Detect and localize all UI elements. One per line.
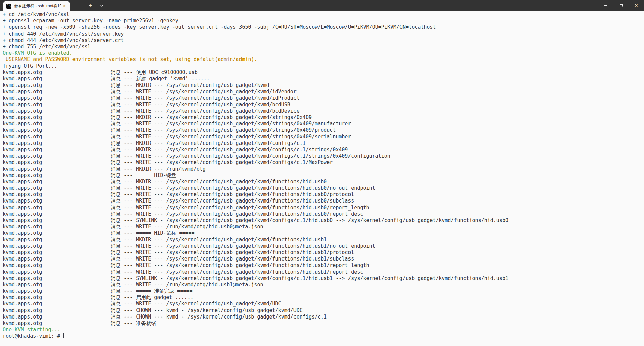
restore-button[interactable] (613, 0, 629, 11)
log-source: kvmd.apps.otg (3, 288, 111, 294)
log-message: 消息 --- WRITE --- /run/kvmd/otg/hid.usb0@… (111, 224, 263, 230)
log-message: 消息 --- ===== HID-键盘 ===== (111, 172, 195, 178)
log-message: 消息 --- WRITE --- /sys/kernel/config/usb_… (111, 159, 333, 165)
terminal-line: kvmd.apps.otg消息 --- WRITE --- /run/kvmd/… (3, 224, 644, 230)
log-source: kvmd.apps.otg (3, 275, 111, 282)
log-message: 消息 --- 使用 UDC c9100000.usb (111, 69, 198, 75)
terminal-line: kvmd.apps.otg消息 --- 启用此 gadget ...... (3, 294, 644, 301)
log-message: 消息 --- WRITE --- /sys/kernel/config/usb_… (111, 185, 375, 191)
plus-icon: + (89, 2, 92, 9)
close-icon: ✕ (635, 3, 638, 8)
terminal-line: kvmd.apps.otg消息 --- WRITE --- /sys/kerne… (3, 211, 644, 217)
log-message: 消息 --- WRITE --- /sys/kernel/config/usb_… (111, 211, 363, 217)
terminal-line: kvmd.apps.otg消息 --- WRITE --- /sys/kerne… (3, 301, 644, 307)
title-bar: C:\_ 命令提示符 - ssh root@192.16 ✕ + ✕ (0, 0, 644, 11)
tab-title: 命令提示符 - ssh root@192.16 (14, 3, 61, 9)
terminal-line: kvmd.apps.otg消息 --- MKDIR --- /sys/kerne… (3, 147, 644, 153)
terminal-line: kvmd.apps.otg消息 --- WRITE --- /sys/kerne… (3, 127, 644, 133)
terminal-line: kvmd.apps.otg消息 --- WRITE --- /run/kvmd/… (3, 282, 644, 288)
log-source: kvmd.apps.otg (3, 172, 111, 179)
log-source: kvmd.apps.otg (3, 243, 111, 249)
log-message: 消息 --- WRITE --- /sys/kernel/config/usb_… (111, 89, 297, 95)
log-message: 消息 --- MKDIR --- /sys/kernel/config/usb_… (111, 82, 269, 88)
log-source: kvmd.apps.otg (3, 262, 111, 269)
log-source: kvmd.apps.otg (3, 108, 111, 114)
terminal-line: kvmd.apps.otg消息 --- WRITE --- /sys/kerne… (3, 95, 644, 101)
log-message: 消息 --- WRITE --- /sys/kernel/config/usb_… (111, 191, 354, 197)
log-message: 消息 --- ===== HID-鼠标 ===== (111, 230, 195, 236)
log-source: kvmd.apps.otg (3, 121, 111, 127)
terminal-line: kvmd.apps.otg消息 --- ===== HID-键盘 ===== (3, 172, 644, 179)
minimize-button[interactable] (598, 0, 613, 11)
terminal-line: kvmd.apps.otg消息 --- MKDIR --- /sys/kerne… (3, 179, 644, 185)
terminal-line: kvmd.apps.otg消息 --- WRITE --- /sys/kerne… (3, 159, 644, 166)
log-message: 消息 --- WRITE --- /sys/kernel/config/usb_… (111, 134, 351, 140)
tab-close-button[interactable]: ✕ (61, 3, 68, 9)
log-source: kvmd.apps.otg (3, 159, 111, 166)
log-source: kvmd.apps.otg (3, 307, 111, 314)
log-message: 消息 --- MKDIR --- /sys/kernel/config/usb_… (111, 179, 327, 185)
log-source: kvmd.apps.otg (3, 269, 111, 275)
terminal-line: + chmod 444 /etc/kvmd/vnc/ssl/server.crt (3, 37, 644, 44)
log-source: kvmd.apps.otg (3, 140, 111, 147)
terminal-line: kvmd.apps.otg消息 --- MKDIR --- /sys/kerne… (3, 82, 644, 89)
log-message: 消息 --- WRITE --- /sys/kernel/config/usb_… (111, 153, 390, 159)
terminal-line: kvmd.apps.otg消息 --- WRITE --- /sys/kerne… (3, 134, 644, 140)
log-source: kvmd.apps.otg (3, 114, 111, 121)
log-message: 消息 --- WRITE --- /run/kvmd/otg/hid.usb1@… (111, 282, 263, 288)
terminal-line: One-KVM starting... (3, 327, 644, 333)
restore-icon (620, 4, 623, 7)
terminal-line: kvmd.apps.otg消息 --- CHOWN --- kvmd - /sy… (3, 314, 644, 320)
tab-cmd-ssh[interactable]: C:\_ 命令提示符 - ssh root@192.16 ✕ (3, 1, 70, 11)
log-source: kvmd.apps.otg (3, 102, 111, 108)
log-source: kvmd.apps.otg (3, 230, 111, 236)
log-message: 消息 --- 准备就绪 (111, 320, 156, 326)
log-message: 消息 --- CHOWN --- kvmd - /sys/kernel/conf… (111, 314, 327, 320)
tab-dropdown-button[interactable] (97, 1, 106, 10)
log-source: kvmd.apps.otg (3, 205, 111, 211)
log-source: kvmd.apps.otg (3, 301, 111, 307)
terminal-line: kvmd.apps.otg消息 --- WRITE --- /sys/kerne… (3, 191, 644, 198)
log-source: kvmd.apps.otg (3, 256, 111, 262)
log-message: 消息 --- ===== 准备完成 ===== (111, 288, 193, 294)
terminal-line: kvmd.apps.otg消息 --- WRITE --- /sys/kerne… (3, 185, 644, 191)
log-source: kvmd.apps.otg (3, 282, 111, 288)
chevron-down-icon (100, 5, 103, 7)
log-source: kvmd.apps.otg (3, 314, 111, 320)
log-message: 消息 --- WRITE --- /sys/kernel/config/usb_… (111, 269, 363, 275)
terminal-line: kvmd.apps.otg消息 --- SYMLINK - /sys/kerne… (3, 275, 644, 282)
terminal-line: kvmd.apps.otg消息 --- 新建 gadget 'kvmd' ...… (3, 76, 644, 82)
terminal-line: + cd /etc/kvmd/vnc/ssl (3, 11, 644, 18)
log-source: kvmd.apps.otg (3, 237, 111, 243)
terminal-line: kvmd.apps.otg消息 --- WRITE --- /sys/kerne… (3, 108, 644, 114)
log-message: 消息 --- SYMLINK - /sys/kernel/config/usb_… (111, 275, 508, 281)
log-message: 消息 --- WRITE --- /sys/kernel/config/usb_… (111, 108, 300, 114)
log-message: 消息 --- WRITE --- /sys/kernel/config/usb_… (111, 301, 281, 307)
log-source: kvmd.apps.otg (3, 191, 111, 198)
terminal-line: + openssl req -new -x509 -sha256 -nodes … (3, 24, 644, 31)
log-source: kvmd.apps.otg (3, 217, 111, 224)
log-source: kvmd.apps.otg (3, 69, 111, 76)
terminal-line: kvmd.apps.otg消息 --- WRITE --- /sys/kerne… (3, 269, 644, 275)
log-message: 消息 --- WRITE --- /sys/kernel/config/usb_… (111, 243, 375, 249)
log-message: 消息 --- WRITE --- /sys/kernel/config/usb_… (111, 127, 336, 133)
log-source: kvmd.apps.otg (3, 198, 111, 204)
terminal-line: kvmd.apps.otg消息 --- WRITE --- /sys/kerne… (3, 249, 644, 256)
terminal-line: root@khadas-vim1:~# (3, 333, 644, 339)
log-source: kvmd.apps.otg (3, 249, 111, 256)
log-source: kvmd.apps.otg (3, 127, 111, 133)
log-message: 消息 --- MKDIR --- /sys/kernel/config/usb_… (111, 237, 327, 243)
log-message: 消息 --- WRITE --- /sys/kernel/config/usb_… (111, 256, 354, 262)
log-message: 消息 --- 启用此 gadget ...... (111, 294, 194, 300)
close-button[interactable]: ✕ (629, 0, 644, 11)
log-message: 消息 --- WRITE --- /sys/kernel/config/usb_… (111, 205, 369, 211)
log-source: kvmd.apps.otg (3, 166, 111, 172)
terminal-line: kvmd.apps.otg消息 --- SYMLINK - /sys/kerne… (3, 217, 644, 224)
log-source: kvmd.apps.otg (3, 185, 111, 191)
new-tab-button[interactable]: + (85, 1, 95, 10)
log-message: 消息 --- WRITE --- /sys/kernel/config/usb_… (111, 95, 300, 101)
text-cursor (63, 333, 64, 338)
terminal[interactable]: + cd /etc/kvmd/vnc/ssl+ openssl ecparam … (0, 11, 644, 346)
terminal-line: kvmd.apps.otg消息 --- MKDIR --- /run/kvmd/… (3, 166, 644, 172)
terminal-line: USERNAME and PASSWORD environment variab… (3, 56, 644, 63)
